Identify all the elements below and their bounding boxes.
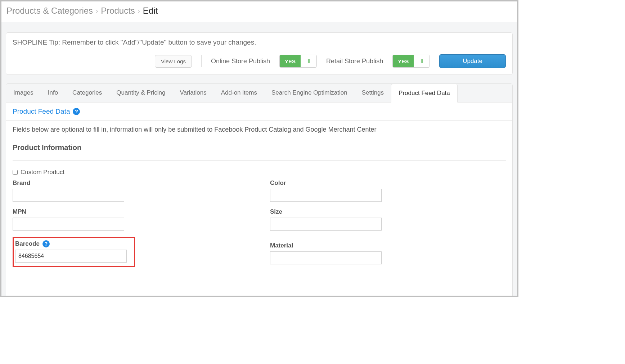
tabs: Images Info Categories Quantity & Pricin…	[6, 84, 512, 103]
help-icon[interactable]: ?	[73, 108, 80, 115]
breadcrumb-parent[interactable]: Products	[101, 6, 135, 16]
toggle-on-label: YES	[280, 55, 301, 67]
size-label: Size	[270, 208, 506, 215]
size-input[interactable]	[270, 218, 382, 231]
tip-text: SHOPLINE Tip: Remember to click "Add"/"U…	[13, 38, 506, 46]
tab-images[interactable]: Images	[6, 84, 41, 102]
color-input[interactable]	[270, 189, 382, 202]
chevron-right-icon: ›	[138, 7, 140, 15]
section-head: Product Feed Data ?	[6, 103, 512, 121]
online-publish-toggle[interactable]: YES ⦀	[279, 55, 317, 68]
field-size: Size	[270, 208, 506, 231]
fields-grid: Brand Color MPN Size	[13, 179, 506, 267]
online-publish-label: Online Store Publish	[211, 58, 270, 65]
breadcrumb: Products & Categories › Products › Edit	[1, 1, 517, 22]
brand-label: Brand	[13, 179, 248, 187]
custom-product-checkbox[interactable]	[13, 170, 18, 175]
custom-product-label: Custom Product	[21, 169, 64, 176]
custom-product-row: Custom Product	[13, 169, 506, 176]
product-information-heading: Product Information	[13, 144, 506, 152]
breadcrumb-current: Edit	[143, 6, 158, 16]
field-color: Color	[270, 179, 506, 202]
field-material: Material	[270, 237, 506, 267]
barcode-label-text: Barcode	[15, 240, 40, 247]
material-label: Material	[270, 242, 506, 249]
form-area: Custom Product Brand Color MPN	[13, 160, 506, 267]
brand-input[interactable]	[13, 189, 124, 202]
help-icon[interactable]: ?	[42, 240, 50, 247]
tab-product-feed-data[interactable]: Product Feed Data	[391, 84, 458, 103]
breadcrumb-root[interactable]: Products & Categories	[6, 6, 93, 16]
tab-quantity-pricing[interactable]: Quantity & Pricing	[109, 84, 172, 102]
update-button[interactable]: Update	[439, 54, 506, 68]
product-feed-data-link[interactable]: Product Feed Data	[13, 108, 70, 115]
tab-variations[interactable]: Variations	[172, 84, 213, 102]
tab-categories[interactable]: Categories	[65, 84, 109, 102]
barcode-label: Barcode ?	[14, 240, 131, 247]
color-label: Color	[270, 179, 506, 187]
main-content: SHOPLINE Tip: Remember to click "Add"/"U…	[1, 22, 517, 297]
tab-addon-items[interactable]: Add-on items	[214, 84, 264, 102]
barcode-callout: Barcode ?	[13, 237, 135, 267]
tab-seo[interactable]: Search Engine Optimization	[264, 84, 355, 102]
divider	[201, 55, 202, 67]
tip-card: SHOPLINE Tip: Remember to click "Add"/"U…	[6, 32, 513, 75]
mpn-label: MPN	[13, 208, 248, 215]
mpn-input[interactable]	[13, 218, 124, 231]
retail-publish-toggle[interactable]: YES ⦀	[392, 55, 430, 68]
feed-description: Fields below are optional to fill in, in…	[13, 126, 506, 133]
retail-publish-label: Retail Store Publish	[326, 58, 383, 65]
grip-icon: ⦀	[414, 55, 430, 67]
barcode-input[interactable]	[15, 250, 127, 263]
field-brand: Brand	[13, 179, 248, 202]
field-mpn: MPN	[13, 208, 248, 231]
product-card: Images Info Categories Quantity & Pricin…	[6, 83, 513, 297]
grip-icon: ⦀	[301, 55, 316, 67]
tab-settings[interactable]: Settings	[355, 84, 391, 102]
tab-info[interactable]: Info	[41, 84, 65, 102]
tip-controls: View Logs Online Store Publish YES ⦀ Ret…	[13, 54, 506, 68]
chevron-right-icon: ›	[96, 7, 98, 15]
toggle-on-label: YES	[393, 55, 414, 67]
material-input[interactable]	[270, 251, 382, 264]
section-body: Fields below are optional to fill in, in…	[6, 121, 512, 297]
view-logs-button[interactable]: View Logs	[155, 55, 192, 68]
